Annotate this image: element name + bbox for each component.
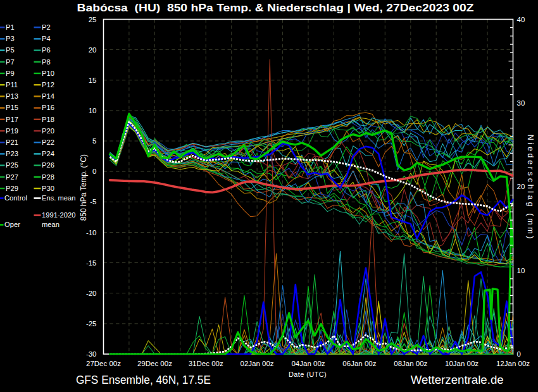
svg-text:31Dec 00z: 31Dec 00z (189, 360, 223, 367)
svg-text:Niederschlag (mm): Niederschlag (mm) (526, 135, 535, 241)
svg-text:5: 5 (92, 137, 96, 145)
svg-text:-30: -30 (86, 350, 97, 358)
svg-text:P7: P7 (6, 58, 15, 66)
svg-text:-25: -25 (86, 320, 97, 328)
svg-text:08Jan 00z: 08Jan 00z (394, 360, 427, 367)
svg-text:P3: P3 (6, 35, 15, 42)
svg-text:P27: P27 (6, 173, 18, 181)
svg-text:10: 10 (517, 267, 525, 274)
svg-text:06Jan 00z: 06Jan 00z (342, 360, 376, 367)
svg-text:20: 20 (89, 46, 97, 54)
svg-text:P26: P26 (42, 161, 54, 169)
svg-text:29Dec 00z: 29Dec 00z (137, 360, 172, 367)
svg-text:P10: P10 (42, 70, 54, 77)
svg-text:P21: P21 (6, 138, 18, 146)
svg-text:850 hPa Temp. (°C): 850 hPa Temp. (°C) (79, 154, 88, 221)
svg-text:Oper: Oper (4, 221, 20, 228)
svg-text:0: 0 (92, 168, 96, 175)
svg-text:25: 25 (89, 16, 97, 23)
svg-text:-15: -15 (86, 259, 97, 267)
svg-text:-10: -10 (86, 229, 97, 236)
svg-text:P30: P30 (42, 185, 54, 192)
svg-text:P19: P19 (6, 127, 18, 135)
svg-text:P9: P9 (6, 70, 15, 77)
svg-text:P20: P20 (42, 127, 54, 135)
svg-text:Control: Control (4, 194, 27, 202)
svg-text:15: 15 (89, 77, 97, 84)
svg-text:P2: P2 (42, 23, 51, 31)
svg-text:GFS Ensemble, 46N, 17.5E: GFS Ensemble, 46N, 17.5E (76, 374, 211, 386)
svg-text:P4: P4 (42, 35, 51, 42)
svg-text:P11: P11 (6, 81, 18, 89)
svg-text:P23: P23 (6, 150, 18, 157)
svg-text:P18: P18 (42, 116, 54, 123)
svg-text:10Jan 00z: 10Jan 00z (445, 360, 479, 367)
svg-text:P25: P25 (6, 161, 18, 169)
svg-text:30: 30 (517, 99, 525, 107)
svg-text:P8: P8 (42, 58, 51, 66)
svg-text:20: 20 (517, 183, 525, 190)
svg-text:P29: P29 (6, 185, 18, 192)
svg-text:P24: P24 (42, 150, 54, 157)
svg-text:P28: P28 (42, 173, 54, 181)
svg-text:40: 40 (517, 16, 525, 23)
svg-text:Date (UTC): Date (UTC) (289, 371, 327, 378)
svg-text:04Jan 00z: 04Jan 00z (291, 360, 325, 367)
svg-text:P5: P5 (6, 46, 15, 54)
svg-text:P14: P14 (42, 92, 54, 100)
svg-text:-20: -20 (86, 290, 97, 297)
svg-text:10: 10 (89, 107, 97, 114)
svg-text:12Jan 00z: 12Jan 00z (496, 360, 530, 367)
svg-text:P13: P13 (6, 92, 18, 100)
svg-text:-5: -5 (90, 198, 96, 205)
svg-text:P6: P6 (42, 46, 51, 54)
svg-text:Babócsa (HU) 850 hPa Temp. &: Babócsa (HU) 850 hPa Temp. & Niederschla… (77, 2, 474, 13)
svg-text:P12: P12 (42, 81, 54, 89)
svg-text:Wetterzentrale.de: Wetterzentrale.de (411, 374, 504, 386)
svg-text:0: 0 (517, 350, 521, 358)
svg-text:P15: P15 (6, 104, 18, 111)
svg-text:P17: P17 (6, 116, 18, 123)
svg-text:P1: P1 (6, 23, 15, 31)
svg-text:27Dec 00z: 27Dec 00z (86, 360, 121, 367)
svg-text:02Jan 00z: 02Jan 00z (241, 360, 274, 367)
svg-text:1991-2020: 1991-2020 (42, 211, 76, 219)
svg-text:Ens. mean: Ens. mean (42, 194, 75, 202)
svg-text:P22: P22 (42, 138, 54, 146)
svg-text:P16: P16 (42, 104, 54, 111)
svg-text:mean: mean (42, 221, 59, 228)
